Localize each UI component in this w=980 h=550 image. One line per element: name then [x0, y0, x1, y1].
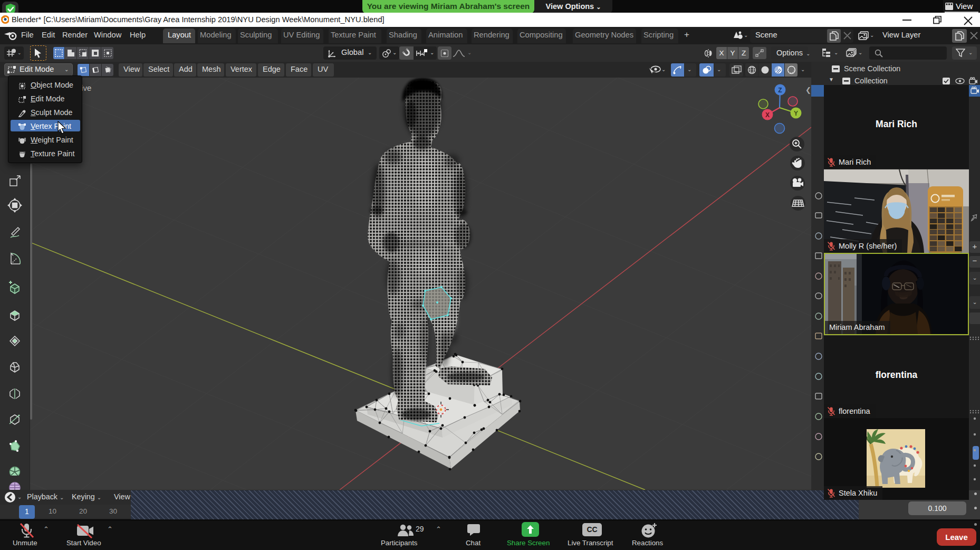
- svg-text:❮: ❮: [805, 86, 811, 94]
- svg-text:Z: Z: [778, 87, 782, 94]
- svg-text:X: X: [765, 111, 770, 119]
- svg-text:Y: Y: [794, 110, 798, 117]
